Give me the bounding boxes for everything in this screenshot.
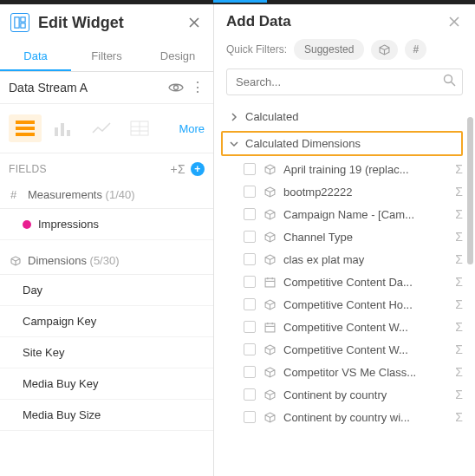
field-checkbox[interactable] bbox=[244, 321, 256, 333]
svg-rect-5 bbox=[16, 127, 35, 130]
stream-name: Data Stream A bbox=[9, 81, 161, 95]
field-checkbox[interactable] bbox=[244, 253, 256, 265]
sigma-icon[interactable]: Σ bbox=[455, 207, 463, 221]
measurement-item[interactable]: Impressions bbox=[0, 209, 213, 240]
chevron-down-icon bbox=[230, 140, 242, 148]
svg-rect-0 bbox=[15, 17, 19, 28]
visibility-toggle-icon[interactable] bbox=[168, 82, 184, 94]
available-field[interactable]: Campaign Name - [Cam...Σ bbox=[214, 203, 472, 225]
dimensions-group[interactable]: Dimensions (5/30) bbox=[0, 247, 213, 275]
svg-rect-9 bbox=[67, 130, 70, 136]
filter-cube-icon[interactable] bbox=[371, 40, 398, 60]
hash-icon: # bbox=[10, 188, 23, 201]
scrollbar[interactable] bbox=[467, 117, 473, 264]
sigma-icon[interactable]: Σ bbox=[455, 162, 463, 176]
calendar-icon bbox=[264, 277, 277, 288]
field-checkbox[interactable] bbox=[244, 231, 256, 243]
field-checkbox[interactable] bbox=[244, 343, 256, 355]
cube-icon bbox=[264, 231, 277, 243]
sigma-icon[interactable]: Σ bbox=[455, 185, 463, 199]
available-field[interactable]: Competitive Content W...Σ bbox=[214, 316, 472, 338]
svg-rect-1 bbox=[21, 17, 25, 22]
sigma-icon[interactable]: Σ bbox=[455, 410, 463, 424]
available-field[interactable]: Channel TypeΣ bbox=[214, 225, 472, 248]
filter-hash-icon[interactable]: # bbox=[405, 39, 426, 60]
measurements-group[interactable]: # Measurements (1/40) bbox=[0, 181, 213, 209]
dimension-item[interactable]: Media Buy Size bbox=[0, 400, 213, 431]
group-calculated[interactable]: Calculated bbox=[214, 104, 472, 129]
field-checkbox[interactable] bbox=[244, 298, 256, 310]
sigma-icon[interactable]: Σ bbox=[455, 230, 463, 244]
add-field-button[interactable]: + bbox=[191, 162, 205, 176]
field-name: Competitive Content W... bbox=[283, 343, 450, 356]
available-field[interactable]: April training 19 (replac...Σ bbox=[214, 158, 472, 180]
measurements-count: (1/40) bbox=[106, 188, 135, 201]
close-right-panel[interactable] bbox=[446, 13, 463, 30]
field-checkbox[interactable] bbox=[244, 411, 256, 423]
add-sigma-button[interactable]: +Σ bbox=[171, 162, 185, 176]
sigma-icon[interactable]: Σ bbox=[455, 275, 463, 289]
dimension-item[interactable]: Day bbox=[0, 275, 213, 306]
sigma-icon[interactable]: Σ bbox=[455, 365, 463, 379]
sigma-icon[interactable]: Σ bbox=[455, 252, 463, 266]
cube-icon bbox=[264, 389, 277, 401]
available-field[interactable]: Competitive Content Ho...Σ bbox=[214, 293, 472, 316]
viz-table-icon[interactable] bbox=[123, 114, 156, 142]
stream-more-icon[interactable]: ⋮ bbox=[191, 81, 205, 95]
field-checkbox[interactable] bbox=[244, 208, 256, 220]
available-field[interactable]: Continent by countryΣ bbox=[214, 383, 472, 406]
field-name: Continent by country wi... bbox=[283, 411, 450, 424]
viz-columns-icon[interactable] bbox=[47, 114, 80, 142]
field-name: Campaign Key bbox=[23, 315, 96, 328]
group-calculated-dimensions[interactable]: Calculated Dimensions bbox=[221, 131, 463, 156]
available-field[interactable]: Competitive Content Da...Σ bbox=[214, 271, 472, 293]
widget-logo-icon bbox=[10, 13, 29, 32]
close-left-panel[interactable] bbox=[185, 14, 203, 31]
field-tree: Calculated Calculated Dimensions April t… bbox=[214, 102, 475, 476]
tab-filters[interactable]: Filters bbox=[71, 42, 142, 71]
field-name: Competitive Content W... bbox=[283, 321, 450, 334]
panel-title: Edit Widget bbox=[38, 14, 185, 32]
field-name: Media Buy Size bbox=[23, 408, 101, 421]
dimension-item[interactable]: Site Key bbox=[0, 337, 213, 368]
available-field[interactable]: Continent by country wi...Σ bbox=[214, 406, 472, 428]
field-checkbox[interactable] bbox=[244, 388, 256, 401]
sigma-icon[interactable]: Σ bbox=[455, 388, 463, 401]
sigma-icon[interactable]: Σ bbox=[455, 342, 463, 356]
field-name: Continent by country bbox=[283, 388, 450, 401]
cube-icon bbox=[264, 412, 277, 423]
group-calculated-label: Calculated bbox=[245, 110, 298, 123]
sigma-icon[interactable]: Σ bbox=[455, 297, 463, 311]
filter-suggested[interactable]: Suggested bbox=[294, 39, 364, 60]
available-field[interactable]: clas ex plat mayΣ bbox=[214, 248, 472, 271]
tab-data[interactable]: Data bbox=[0, 42, 71, 71]
svg-rect-7 bbox=[55, 127, 58, 136]
viz-more-link[interactable]: More bbox=[179, 122, 205, 135]
tab-design[interactable]: Design bbox=[142, 42, 213, 71]
field-checkbox[interactable] bbox=[244, 186, 256, 198]
dimension-item[interactable]: Campaign Key bbox=[0, 306, 213, 337]
cube-icon bbox=[264, 186, 277, 198]
dimension-item[interactable]: Media Buy Key bbox=[0, 368, 213, 400]
sigma-icon[interactable]: Σ bbox=[455, 320, 463, 334]
cube-icon bbox=[264, 344, 277, 355]
field-name: Competitive Content Ho... bbox=[283, 298, 450, 311]
svg-rect-16 bbox=[265, 278, 275, 287]
viz-picker: More bbox=[0, 104, 213, 153]
viz-line-icon[interactable] bbox=[85, 114, 118, 142]
field-checkbox[interactable] bbox=[244, 163, 256, 175]
fields-heading: FIELDS bbox=[9, 163, 166, 175]
field-name: Site Key bbox=[23, 346, 64, 359]
search-input[interactable] bbox=[226, 68, 463, 95]
field-name: Media Buy Key bbox=[23, 377, 98, 390]
field-checkbox[interactable] bbox=[244, 276, 256, 288]
field-checkbox[interactable] bbox=[244, 366, 256, 378]
right-panel: Add Data Quick Filters: Suggested # bbox=[214, 4, 475, 476]
viz-bars-icon[interactable] bbox=[9, 114, 42, 142]
available-field[interactable]: bootmp22222Σ bbox=[214, 180, 472, 203]
svg-line-15 bbox=[452, 82, 456, 87]
available-field[interactable]: Competitive Content W...Σ bbox=[214, 338, 472, 361]
group-calc-dims-label: Calculated Dimensions bbox=[245, 137, 361, 150]
series-color-dot bbox=[23, 220, 31, 229]
available-field[interactable]: Competitor VS Me Class...Σ bbox=[214, 361, 472, 383]
